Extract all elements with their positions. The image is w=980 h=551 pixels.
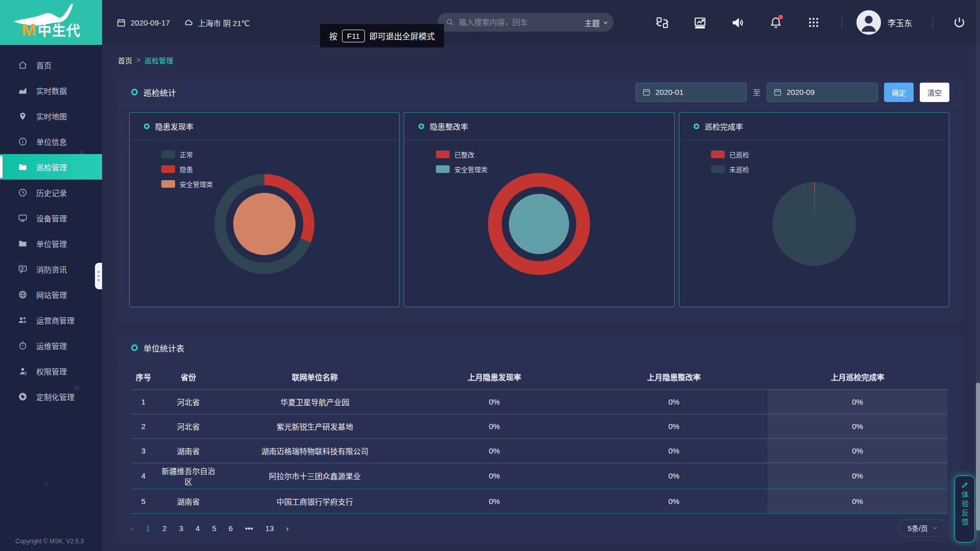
page-size-select[interactable]: 5条/页 [898, 519, 947, 537]
to-label: 至 [753, 87, 761, 97]
sidebar-item-stopwatch[interactable]: 运维管理 [0, 333, 102, 358]
legend-label: 安全管理类 [180, 179, 213, 189]
clear-button[interactable]: 清空 [920, 83, 949, 102]
chevron-down-icon [602, 19, 609, 26]
pagination-ellipsis[interactable]: ••• [245, 524, 253, 533]
legend-item[interactable]: 已巡检 [711, 149, 749, 159]
weather-text: 上海市 阴 21℃ [198, 17, 250, 28]
pagination-page-1[interactable]: 1 [146, 524, 150, 533]
legend-label: 已整改 [454, 149, 474, 159]
sidebar-item-label: 定制化管理 [36, 391, 75, 402]
folder-open-icon [17, 162, 28, 172]
sidebar-collapse-handle[interactable] [95, 263, 102, 289]
table-row: 3湖南省湖南迈格瑞特物联科技有限公司0%0%0% [131, 438, 947, 463]
sidebar-item-clock[interactable]: 历史记录 [0, 180, 102, 205]
weather: 上海市 阴 21℃ [183, 17, 250, 28]
sidebar-item-folder-open[interactable]: 巡检管理 [0, 154, 102, 180]
report-chart-button[interactable] [693, 15, 708, 30]
sidebar-item-monitor[interactable]: 设备管理 [0, 205, 102, 231]
legend-item[interactable]: 安全管理类 [161, 179, 213, 189]
unit-name-link[interactable]: 华夏卫星导航产业园 [221, 389, 409, 414]
unit-name-link[interactable]: 湖南迈格瑞特物联科技有限公司 [221, 438, 409, 463]
chart-title: 隐患整改率 [430, 121, 468, 132]
ring-bullet-icon [131, 344, 138, 351]
unit-name-link[interactable]: 阿拉尔市十三团众鑫源果业 [221, 463, 409, 489]
chart-legend: 已巡检未巡检 [711, 149, 749, 174]
table-cell: 0% [409, 414, 580, 438]
sidebar-item-users[interactable]: 运营商管理 [0, 307, 102, 333]
pagination-page-6[interactable]: 6 [229, 524, 233, 533]
date-range-controls: 2020-01 至 2020-09 确定 清空 [635, 83, 949, 102]
scrollbar-thumb[interactable] [976, 383, 980, 531]
table-cell: 0% [409, 389, 580, 414]
pagination-next[interactable]: › [286, 524, 289, 533]
chart-card-header: 隐患整改率 [404, 113, 674, 140]
pagination-page-5[interactable]: 5 [212, 524, 216, 533]
sidebar-item-message[interactable]: 消防资讯 [0, 256, 102, 282]
theme-dropdown[interactable]: 主题 [584, 17, 609, 28]
logout-power-button[interactable] [951, 15, 967, 30]
unit-name-link[interactable]: 紫光新锐生产研发基地 [221, 414, 409, 438]
sidebar-item-info[interactable]: 单位信息 [0, 129, 102, 154]
pie-inner-disc [233, 193, 296, 255]
inspection-stats-panel: 巡检统计 2020-01 至 2020-09 [118, 79, 961, 322]
unit-stats-table: 序号省份联网单位名称上月隐患发现率上月隐患整改率上月巡检完成率 1河北省华夏卫星… [131, 365, 947, 514]
table-cell: 0% [409, 489, 580, 513]
table-cell: 新疆维吾尔自治区 [156, 463, 221, 489]
swap-screens-button[interactable] [655, 15, 670, 30]
column-header: 省份 [156, 365, 221, 389]
sidebar-item-label: 单位管理 [36, 238, 67, 249]
apps-grid-button[interactable] [806, 15, 821, 30]
clock-icon [17, 187, 28, 197]
pagination-page-3[interactable]: 3 [179, 524, 183, 533]
pagination-page-13[interactable]: 13 [265, 524, 274, 533]
legend-item[interactable]: 已整改 [436, 149, 487, 159]
sidebar-item-map-pin[interactable]: 实时地图 [0, 103, 102, 129]
sidebar-item-realtime-chart[interactable]: 实时数据 [0, 78, 102, 103]
table-cell: 4 [131, 463, 156, 489]
table-cell: 0% [580, 438, 768, 463]
avatar[interactable] [856, 10, 881, 35]
legend-item[interactable]: 安全管理类 [436, 164, 487, 174]
table-cell: 5 [131, 489, 156, 513]
sidebar-item-label: 网站管理 [36, 289, 67, 300]
sidebar-item-home[interactable]: 首页 [0, 52, 102, 78]
pagination-page-2[interactable]: 2 [162, 524, 166, 533]
folder-icon [17, 238, 28, 248]
users-icon [17, 315, 28, 325]
legend-swatch [436, 165, 450, 173]
sidebar-item-globe[interactable]: 网站管理 [0, 282, 102, 307]
breadcrumb-current[interactable]: 巡检管理 [144, 55, 173, 65]
unit-name-link[interactable]: 中国工商银行学府支行 [221, 489, 409, 513]
date-from-input[interactable]: 2020-01 [635, 83, 747, 102]
notifications-button[interactable] [768, 15, 783, 30]
report-chart-icon [693, 16, 707, 30]
legend-label: 安全管理类 [454, 164, 487, 174]
f11-keycap: F11 [342, 30, 365, 42]
swap-icon [655, 16, 669, 30]
table-cell: 0% [768, 389, 947, 414]
top-header: 2020-09-17 上海市 阴 21℃ 主题 [102, 0, 980, 45]
message-icon [17, 264, 28, 274]
pagination-prev[interactable]: ‹ [131, 524, 134, 533]
search-input[interactable] [459, 18, 592, 27]
pagination-page-4[interactable]: 4 [195, 524, 200, 533]
sound-button[interactable] [730, 15, 746, 30]
sidebar-item-folder[interactable]: 单位管理 [0, 231, 102, 256]
sidebar-item-user-shield[interactable]: 权限管理 [0, 358, 102, 384]
legend-item[interactable]: 隐患 [161, 164, 213, 174]
table-row: 1河北省华夏卫星导航产业园0%0%0% [131, 389, 947, 414]
feedback-tab[interactable]: 体验反馈 [954, 475, 975, 542]
legend-item[interactable]: 未巡检 [711, 164, 749, 174]
calendar-icon [773, 88, 782, 96]
sidebar-item-tag[interactable]: 定制化管理 [0, 384, 102, 409]
legend-label: 已巡检 [729, 149, 749, 159]
header-divider-2 [933, 16, 933, 29]
main-content: 首页 > 巡检管理 巡检统计 2020-01 至 [102, 45, 980, 551]
date-to-input[interactable]: 2020-09 [767, 83, 878, 102]
confirm-button[interactable]: 确定 [884, 83, 914, 102]
breadcrumb-home[interactable]: 首页 [118, 55, 132, 65]
stopwatch-icon [17, 340, 28, 350]
legend-item[interactable]: 正常 [161, 149, 213, 159]
header-left: 2020-09-17 上海市 阴 21℃ [116, 17, 250, 28]
